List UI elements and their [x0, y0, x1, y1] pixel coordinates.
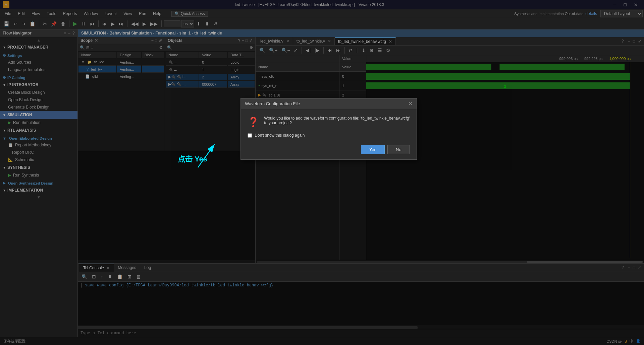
- dont-show-label: Don't show this dialog again: [255, 133, 305, 138]
- dialog-titlebar: Waveform Configuration File ✕: [241, 98, 416, 109]
- dialog-checkbox-row: Don't show this dialog again: [248, 133, 410, 138]
- dialog-line2: to your project?: [264, 121, 410, 125]
- dialog-line1: Would you like to add the waveform confi…: [264, 116, 410, 121]
- dialog-body: ❓ Would you like to add the waveform con…: [241, 109, 416, 141]
- question-icon: ❓: [248, 117, 259, 128]
- dont-show-checkbox[interactable]: [248, 133, 252, 138]
- dialog-no-button[interactable]: No: [387, 145, 410, 154]
- dialog-question-text: Would you like to add the waveform confi…: [264, 116, 410, 125]
- dialog-question: ❓ Would you like to add the waveform con…: [248, 116, 410, 128]
- dialog-buttons: Yes No: [241, 141, 416, 159]
- dialog-overlay: Waveform Configuration File ✕ ❓ Would yo…: [0, 0, 644, 345]
- dialog-close-button[interactable]: ✕: [408, 100, 413, 107]
- dialog-title: Waveform Configuration File: [245, 101, 300, 106]
- waveform-config-dialog: Waveform Configuration File ✕ ❓ Would yo…: [240, 98, 417, 160]
- dialog-yes-button[interactable]: Yes: [361, 145, 385, 154]
